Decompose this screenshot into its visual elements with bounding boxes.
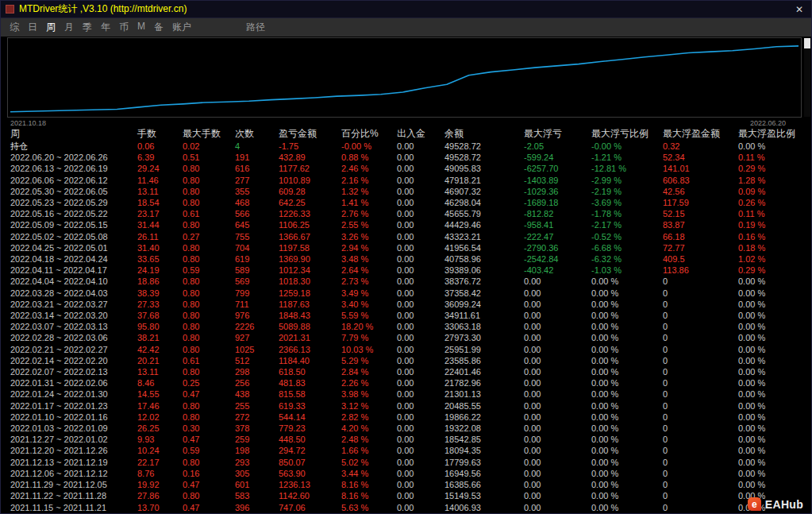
table-cell: 779.23 (275, 423, 338, 434)
table-row[interactable]: 2022.03.28 ~ 2022.04.0338.390.807991259.… (7, 288, 806, 299)
table-row[interactable]: 2022.01.17 ~ 2022.01.2317.460.80255619.3… (7, 400, 806, 412)
column-header[interactable]: 手数 (134, 127, 179, 141)
table-row[interactable]: 2022.01.03 ~ 2022.01.0926.250.30378779.2… (7, 423, 806, 434)
table-row[interactable]: 2022.05.30 ~ 2022.06.0513.110.80355609.2… (7, 186, 806, 197)
table-cell: 272 (232, 412, 275, 423)
table-cell: 0.88 % (338, 152, 394, 163)
menu-item-8[interactable]: M (137, 21, 145, 34)
table-cell: 0 (660, 355, 735, 366)
table-cell: 4.20 % (338, 423, 394, 434)
menu-item-path[interactable]: 路径 (246, 21, 265, 34)
table-cell: 0.00 (394, 355, 441, 366)
table-row[interactable]: 2022.05.09 ~ 2022.05.1531.440.806451106.… (7, 219, 806, 230)
table-cell: 5.63 % (338, 502, 394, 513)
table-row[interactable]: 2022.02.07 ~ 2022.02.1313.110.80298618.5… (7, 366, 806, 377)
table-row[interactable]: 2022.04.18 ~ 2022.04.2433.650.806191369.… (7, 253, 806, 265)
table-row[interactable]: 2021.11.22 ~ 2021.11.2827.860.805831142.… (7, 490, 806, 501)
column-header[interactable]: 最大浮亏比例 (588, 127, 660, 141)
table-row[interactable]: 2022.05.23 ~ 2022.05.2918.540.80468642.2… (7, 197, 806, 208)
table-row[interactable]: 2022.03.14 ~ 2022.03.2037.680.809761848.… (7, 310, 806, 321)
table-cell: 持仓 (7, 141, 134, 152)
table-row[interactable]: 2022.05.16 ~ 2022.05.2223.170.615661226.… (7, 208, 806, 219)
table-cell: 0.00 % (588, 468, 660, 479)
menu-item-7[interactable]: 币 (119, 21, 129, 34)
close-icon[interactable]: ✕ (792, 4, 806, 15)
menu-item-5[interactable]: 季 (83, 21, 92, 34)
table-cell: 29.24 (134, 163, 179, 174)
column-header[interactable]: 周 (7, 127, 134, 141)
column-header[interactable]: 最大手数 (179, 127, 232, 141)
menu-item-2[interactable]: 日 (28, 21, 37, 34)
table-cell: 38.21 (134, 332, 179, 343)
table-cell: 0.11 % (735, 208, 806, 219)
table-row[interactable]: 2021.11.29 ~ 2021.12.0519.920.476011236.… (7, 479, 806, 490)
table-cell: 2022.06.13 ~ 2022.06.19 (7, 163, 134, 174)
table-row[interactable]: 2022.01.24 ~ 2022.01.3014.550.47438815.5… (7, 388, 806, 400)
table-cell: 0.80 (179, 242, 232, 253)
table-row[interactable]: 2022.04.11 ~ 2022.04.1724.190.595891012.… (7, 265, 806, 276)
column-header[interactable]: 百分比% (338, 127, 394, 141)
table-row[interactable]: 2022.06.06 ~ 2022.06.1211.460.802771010.… (7, 175, 806, 186)
table-row[interactable]: 2022.03.21 ~ 2022.03.2727.330.807111187.… (7, 299, 806, 310)
menu-item-6[interactable]: 年 (101, 21, 110, 34)
table-cell: -2542.84 (521, 253, 588, 265)
table-cell: 0.00 (394, 366, 441, 377)
table-cell: 42.42 (134, 344, 179, 355)
table-row[interactable]: 2022.06.13 ~ 2022.06.1929.240.806161177.… (7, 163, 806, 174)
table-row[interactable]: 2022.03.07 ~ 2022.03.1395.800.8022265089… (7, 321, 806, 332)
table-cell: 2.82 % (338, 412, 394, 423)
table-cell: 0.00 % (735, 445, 806, 456)
table-row[interactable]: 2022.01.10 ~ 2022.01.1612.020.80272544.1… (7, 412, 806, 423)
menu-item-3[interactable]: 周 (46, 21, 56, 34)
table-cell: 2022.05.23 ~ 2022.05.29 (7, 197, 134, 208)
menu-item-4[interactable]: 月 (64, 21, 74, 34)
table-cell: 0.16 (179, 468, 232, 479)
table-cell: 4 (232, 141, 275, 152)
column-header[interactable]: 最大浮亏 (521, 127, 588, 141)
column-header[interactable]: 余额 (441, 127, 521, 141)
table-cell: 0.00 % (588, 332, 660, 343)
table-row[interactable]: 2022.02.21 ~ 2022.02.2742.420.8010252366… (7, 344, 806, 355)
menu-item-9[interactable]: 备 (154, 21, 164, 34)
table-cell: 0.00 (394, 163, 441, 174)
column-header[interactable]: 最大浮盈比例 (735, 127, 806, 141)
table-row[interactable]: 2022.05.02 ~ 2022.05.0826.110.277551366.… (7, 231, 806, 242)
table-cell: 2226 (232, 321, 275, 332)
table-row[interactable]: 2022.02.28 ~ 2022.03.0638.210.809272021.… (7, 332, 806, 343)
equity-chart-panel (7, 37, 802, 118)
table-cell: 31.44 (134, 219, 179, 230)
table-cell: 72.77 (660, 242, 735, 253)
table-row[interactable]: 2022.04.25 ~ 2022.05.0131.400.807041197.… (7, 242, 806, 253)
column-header[interactable]: 最大浮盈金额 (660, 127, 735, 141)
table-cell: 0 (660, 490, 735, 501)
column-header[interactable]: 盈亏金额 (275, 127, 338, 141)
table-row[interactable]: 2022.02.14 ~ 2022.02.2020.210.615121184.… (7, 355, 806, 366)
menu-item-1[interactable]: 综 (10, 21, 19, 34)
table-row[interactable]: 2022.04.04 ~ 2022.04.1018.860.805691018.… (7, 276, 806, 287)
table-row[interactable]: 2021.12.20 ~ 2021.12.2610.240.59198294.7… (7, 445, 806, 456)
table-cell: 2021.12.20 ~ 2021.12.26 (7, 445, 134, 456)
table-cell: 0.27 (179, 231, 232, 242)
scrollbar-thumb[interactable] (804, 38, 810, 48)
table-cell: 255 (232, 400, 275, 412)
table-row[interactable]: 2021.12.06 ~ 2021.12.128.760.16305563.90… (7, 468, 806, 479)
table-cell: 0.16 % (735, 231, 806, 242)
table-cell: 66.18 (660, 231, 735, 242)
table-row[interactable]: 2021.12.13 ~ 2021.12.1922.170.80293850.0… (7, 457, 806, 468)
vertical-scrollbar[interactable] (804, 37, 810, 117)
table-cell: 52.15 (660, 208, 735, 219)
table-cell: -1403.89 (521, 175, 588, 186)
holding-row[interactable]: 持仓0.060.024-1.75-0.00 %0.0049528.72-2.05… (7, 141, 806, 152)
column-header[interactable]: 出入金 (394, 127, 441, 141)
table-cell: 1184.40 (275, 355, 338, 366)
table-cell: 1106.25 (275, 219, 338, 230)
column-header[interactable]: 次数 (232, 127, 275, 141)
table-cell: 13.70 (134, 502, 179, 513)
table-row[interactable]: 2021.11.15 ~ 2021.11.2113.700.47396747.0… (7, 502, 806, 513)
table-row[interactable]: 2021.12.27 ~ 2022.01.029.930.47259448.50… (7, 434, 806, 445)
table-cell: 2.46 % (338, 163, 394, 174)
table-row[interactable]: 2022.01.31 ~ 2022.02.068.460.25256481.83… (7, 377, 806, 388)
table-cell: 42.56 (660, 186, 735, 197)
table-row[interactable]: 2022.06.20 ~ 2022.06.266.390.51191432.89… (7, 152, 806, 163)
menu-item-10[interactable]: 账户 (172, 21, 191, 34)
